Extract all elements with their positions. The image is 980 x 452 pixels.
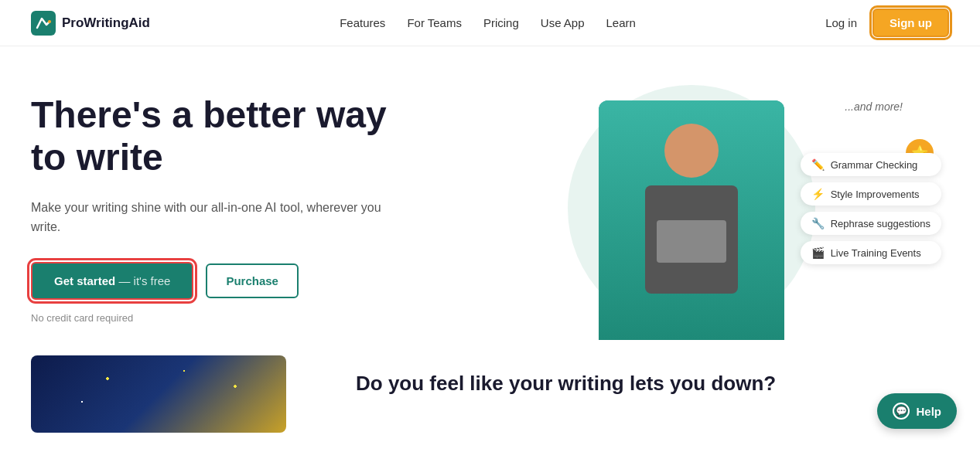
logo-text: ProWritingAid: [62, 15, 150, 31]
nav-item-for-teams[interactable]: For Teams: [407, 16, 462, 29]
get-started-button[interactable]: Get started — it's free: [31, 262, 193, 300]
feature-pill-rephrase: 🔧 Rephrase suggestions: [801, 212, 941, 235]
grammar-icon: ✏️: [811, 158, 825, 171]
hero-right: ⭐ ...and more! ✏️ Grammar Checking ⚡ Sty…: [433, 77, 949, 340]
hero-left: There's a better way to write Make your …: [31, 93, 433, 324]
hero-subtitle: Make your writing shine with our all-in-…: [31, 198, 402, 237]
svg-point-1: [48, 20, 51, 23]
nav-item-learn[interactable]: Learn: [606, 16, 636, 29]
logo-icon: [31, 11, 56, 36]
signup-button[interactable]: Sign up: [872, 8, 949, 37]
login-link[interactable]: Log in: [825, 16, 857, 29]
nav-item-features[interactable]: Features: [340, 16, 385, 29]
starry-night-bg: [31, 355, 286, 433]
person-laptop: [657, 220, 726, 263]
feature-pill-grammar: ✏️ Grammar Checking: [801, 153, 941, 176]
nav-links: Features For Teams Pricing Use App Learn: [340, 16, 636, 30]
bottom-right: Do you feel like your writing lets you d…: [356, 355, 949, 397]
bottom-section: Do you feel like your writing lets you d…: [0, 355, 980, 433]
bottom-question: Do you feel like your writing lets you d…: [356, 371, 949, 397]
nav-item-use-app[interactable]: Use App: [541, 16, 585, 29]
bottom-left: [31, 355, 294, 433]
person-head: [664, 124, 719, 178]
and-more-text: ...and more!: [845, 100, 903, 113]
svg-rect-0: [31, 11, 56, 36]
training-icon: 🎬: [811, 246, 825, 259]
hero-section: There's a better way to write Make your …: [0, 46, 980, 355]
no-credit-text: No credit card required: [31, 312, 402, 324]
person-body: [599, 100, 784, 340]
feature-pills: ✏️ Grammar Checking ⚡ Style Improvements…: [801, 153, 941, 264]
nav-right: Log in Sign up: [825, 8, 949, 37]
chat-icon: 💬: [893, 403, 910, 420]
rephrase-icon: 🔧: [811, 217, 825, 229]
logo-link[interactable]: ProWritingAid: [31, 11, 150, 36]
feature-pill-style: ⚡ Style Improvements: [801, 182, 941, 206]
nav-item-pricing[interactable]: Pricing: [483, 16, 519, 29]
purchase-button[interactable]: Purchase: [206, 263, 299, 298]
bottom-image: [31, 355, 286, 433]
hero-buttons: Get started — it's free Purchase: [31, 262, 402, 300]
navbar: ProWritingAid Features For Teams Pricing…: [0, 0, 980, 46]
chat-help-button[interactable]: 💬 Help: [877, 393, 957, 429]
hero-person-image: [599, 100, 784, 340]
person-torso: [645, 185, 738, 294]
feature-pill-training: 🎬 Live Training Events: [801, 241, 941, 264]
style-icon: ⚡: [811, 188, 825, 200]
hero-title: There's a better way to write: [31, 93, 402, 178]
